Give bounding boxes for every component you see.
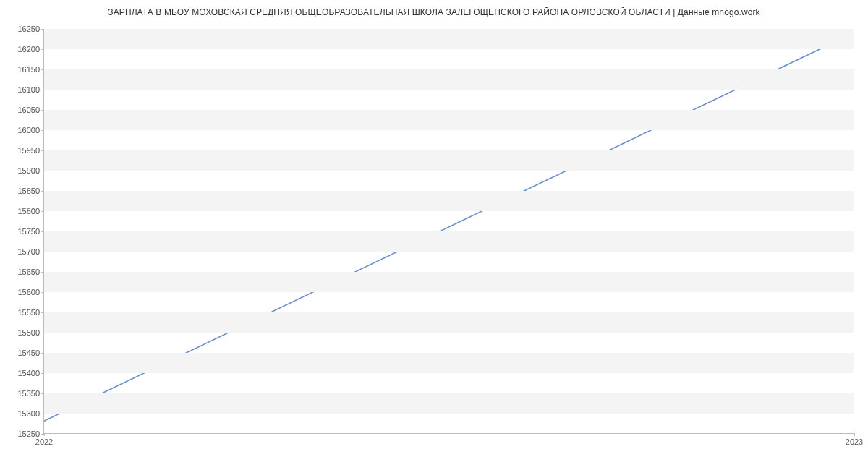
y-tick-label: 15550	[17, 308, 40, 317]
x-tick-label: 2022	[35, 437, 53, 446]
y-tick-label: 16000	[17, 126, 40, 134]
y-tick-mark	[41, 312, 44, 313]
y-tick-mark	[41, 231, 44, 232]
y-tick-label: 15800	[17, 207, 40, 215]
y-tick-mark	[41, 69, 44, 70]
y-tick-mark	[41, 49, 44, 50]
salary-line-chart: ЗАРПЛАТА В МБОУ МОХОВСКАЯ СРЕДНЯЯ ОБЩЕОБ…	[0, 0, 868, 470]
plot-area: 1525015300153501540015450155001555015600…	[43, 29, 854, 434]
y-tick-label: 15450	[17, 349, 40, 357]
y-tick-label: 16150	[17, 65, 40, 74]
grid-band	[44, 69, 854, 90]
y-tick-mark	[41, 211, 44, 212]
y-tick-mark	[41, 393, 44, 394]
y-tick-mark	[41, 90, 44, 90]
y-tick-label: 15850	[17, 187, 40, 195]
x-tick-label: 2023	[846, 437, 863, 446]
y-tick-mark	[41, 252, 44, 252]
y-tick-label: 16200	[17, 45, 40, 54]
grid-band	[44, 312, 854, 333]
y-tick-label: 16050	[17, 106, 40, 114]
y-tick-mark	[41, 414, 44, 414]
grid-band	[44, 29, 854, 49]
y-tick-mark	[41, 191, 44, 192]
y-tick-mark	[41, 150, 44, 151]
y-tick-mark	[41, 272, 44, 273]
y-tick-label: 15700	[17, 247, 40, 256]
x-tick-mark	[44, 433, 45, 436]
chart-title: ЗАРПЛАТА В МБОУ МОХОВСКАЯ СРЕДНЯЯ ОБЩЕОБ…	[0, 0, 868, 25]
y-tick-mark	[41, 373, 44, 374]
y-tick-mark	[41, 292, 44, 293]
y-tick-label: 16250	[17, 25, 40, 33]
grid-band	[44, 150, 854, 171]
grid-band	[44, 353, 854, 373]
y-tick-mark	[41, 29, 44, 30]
y-tick-mark	[41, 110, 44, 111]
y-tick-label: 15750	[17, 227, 40, 236]
y-tick-mark	[41, 333, 44, 333]
y-tick-label: 15900	[17, 166, 40, 175]
grid-band	[44, 231, 854, 252]
grid-band	[44, 272, 854, 292]
y-tick-label: 15350	[17, 389, 40, 398]
y-tick-mark	[41, 353, 44, 354]
y-tick-label: 15600	[17, 288, 40, 296]
y-tick-label: 15300	[17, 409, 40, 418]
y-tick-mark	[41, 171, 44, 171]
grid-band	[44, 191, 854, 211]
x-tick-mark	[854, 433, 855, 436]
y-tick-label: 15500	[17, 328, 40, 337]
grid-band	[44, 110, 854, 130]
grid-band	[44, 393, 854, 414]
y-tick-label: 15950	[17, 146, 40, 155]
y-tick-label: 15400	[17, 369, 40, 377]
y-tick-mark	[41, 130, 44, 131]
y-tick-label: 16100	[17, 85, 40, 94]
y-tick-label: 15650	[17, 268, 40, 276]
